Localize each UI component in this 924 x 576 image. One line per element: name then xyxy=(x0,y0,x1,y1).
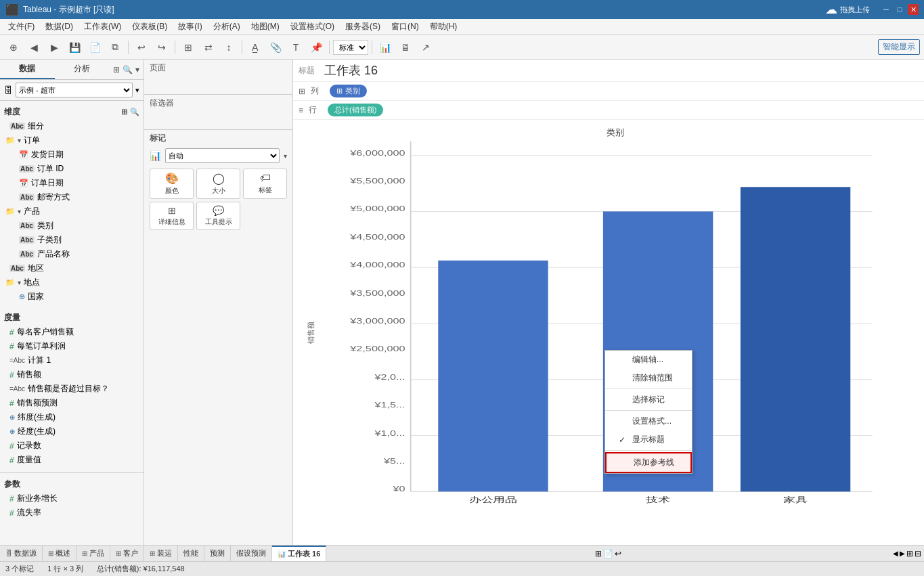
menu-dashboard[interactable]: 仪表板(B) xyxy=(127,20,173,34)
dim-grid-icon[interactable]: ⊞ xyxy=(121,108,127,116)
field-地区[interactable]: Abc 地区 xyxy=(4,261,139,275)
menu-item-edit-axis[interactable]: 编辑轴... xyxy=(605,351,692,369)
screen-icon[interactable]: 🖥 xyxy=(396,38,415,57)
new-datasource-icon[interactable]: ⊕ xyxy=(4,38,23,57)
bar-办公用品[interactable] xyxy=(438,261,548,491)
cols-pill[interactable]: ⊞ 类别 xyxy=(330,85,367,97)
menu-analysis[interactable]: 分析(A) xyxy=(208,20,246,34)
field-销售额[interactable]: # 销售额 xyxy=(4,368,139,382)
tab-worksheet16[interactable]: 📊 工作表 16 xyxy=(272,546,326,561)
menu-item-add-reference[interactable]: 添加参考线 xyxy=(605,452,692,473)
forward-icon[interactable]: ▶ xyxy=(45,38,64,57)
marks-size-btn[interactable]: ◯ 大小 xyxy=(196,169,240,199)
prev-tab-icon[interactable]: ◀ xyxy=(893,550,898,557)
swap-icon[interactable]: ⇄ xyxy=(199,38,218,57)
datasource-arrow-icon[interactable]: ▾ xyxy=(135,86,139,95)
menu-map[interactable]: 地图(M) xyxy=(246,20,285,34)
datasource-select[interactable]: 示例 - 超市 xyxy=(16,83,133,97)
dim-search-icon[interactable]: 🔍 xyxy=(130,108,139,116)
text-icon[interactable]: T xyxy=(286,38,305,57)
field-产品名称[interactable]: Abc 产品名称 xyxy=(14,247,139,261)
menu-data[interactable]: 数据(D) xyxy=(40,20,79,34)
tab-shipping[interactable]: ⊞ 装运 xyxy=(144,546,178,561)
menu-item-select-marks[interactable]: 选择标记 xyxy=(605,391,692,409)
field-记录数[interactable]: # 记录数 xyxy=(4,439,139,453)
new-worksheet-icon[interactable]: 📄 xyxy=(85,38,104,57)
field-订单日期[interactable]: 📅 订单日期 xyxy=(14,176,139,190)
tab-datasource[interactable]: 🗄 数据源 xyxy=(0,546,43,561)
grid-icon[interactable]: ⊞ xyxy=(906,549,913,558)
save-icon[interactable]: 💾 xyxy=(65,38,84,57)
tab-product[interactable]: ⊞ 产品 xyxy=(76,546,110,561)
field-销售额是否超过目标[interactable]: =Abc 销售额是否超过目标？ xyxy=(4,382,139,396)
menu-server[interactable]: 服务器(S) xyxy=(340,20,386,34)
close-button[interactable]: ✕ xyxy=(908,4,919,15)
field-子类别[interactable]: Abc 子类别 xyxy=(14,233,139,247)
field-group-地点[interactable]: 📁 ▾ 地点 xyxy=(4,275,139,290)
menu-item-show-title[interactable]: ✓ 显示标题 xyxy=(605,430,692,449)
view-size-select[interactable]: 标准 xyxy=(333,40,368,55)
upload-button[interactable]: 拖拽上传 xyxy=(840,5,870,15)
maximize-button[interactable]: □ xyxy=(894,4,905,15)
annotation-icon[interactable]: 📎 xyxy=(266,38,285,57)
search-icon[interactable]: 🔍 xyxy=(123,65,133,74)
field-订单ID[interactable]: Abc 订单 ID xyxy=(14,162,139,176)
tab-data[interactable]: 数据 xyxy=(0,60,55,79)
smart-display-button[interactable]: 智能显示 xyxy=(878,39,920,55)
field-销售额预测[interactable]: # 销售额预测 xyxy=(4,396,139,410)
fit-icon[interactable]: ⊟ xyxy=(915,549,921,558)
field-计算1[interactable]: =Abc 计算 1 xyxy=(4,353,139,368)
tab-assumption[interactable]: 假设预测 xyxy=(231,546,272,561)
tab-performance[interactable]: 性能 xyxy=(178,546,204,561)
tab-action-icon-2[interactable]: 📄 xyxy=(603,549,613,558)
menu-format[interactable]: 设置格式(O) xyxy=(285,20,340,34)
field-纬度[interactable]: ⊕ 纬度(生成) xyxy=(4,410,139,424)
pin-icon[interactable]: 📌 xyxy=(307,38,326,57)
menu-worksheet[interactable]: 工作表(W) xyxy=(79,20,127,34)
field-度量值[interactable]: # 度量值 xyxy=(4,453,139,467)
marks-color-btn[interactable]: 🎨 颜色 xyxy=(150,169,194,199)
field-邮寄方式[interactable]: Abc 邮寄方式 xyxy=(14,190,139,204)
marks-detail-btn[interactable]: ⊞ 详细信息 xyxy=(150,202,194,230)
redo-icon[interactable]: ↪ xyxy=(152,38,171,57)
tab-forecast[interactable]: 预测 xyxy=(204,546,231,561)
undo-icon[interactable]: ↩ xyxy=(132,38,151,57)
marks-tooltip-btn[interactable]: 💬 工具提示 xyxy=(196,202,240,230)
marks-type-select[interactable]: 自动 xyxy=(165,148,280,163)
chart-icon[interactable]: 📊 xyxy=(376,38,395,57)
rows-pill[interactable]: 总计(销售额) xyxy=(328,104,383,116)
grid-view-icon[interactable]: ⊞ xyxy=(113,65,120,74)
more-options-icon[interactable]: ▾ xyxy=(135,65,139,74)
next-tab-icon[interactable]: ▶ xyxy=(900,550,905,557)
field-新业务增长[interactable]: # 新业务增长 xyxy=(4,491,139,506)
duplicate-icon[interactable]: ⧉ xyxy=(106,38,125,57)
menu-story[interactable]: 故事(I) xyxy=(173,20,207,34)
tab-analysis[interactable]: 分析 xyxy=(55,60,110,79)
menu-file[interactable]: 文件(F) xyxy=(3,20,40,34)
field-group-产品[interactable]: 📁 ▾ 产品 xyxy=(4,204,139,219)
menu-window[interactable]: 窗口(N) xyxy=(386,20,424,34)
bar-家具[interactable] xyxy=(741,187,850,491)
tab-action-icon-3[interactable]: ↩ xyxy=(615,549,621,558)
tab-customer[interactable]: ⊞ 客户 xyxy=(110,546,144,561)
field-国家[interactable]: ⊕ 国家 xyxy=(14,290,139,304)
field-细分[interactable]: Abc 细分 xyxy=(4,119,139,133)
field-group-订单[interactable]: 📁 ▾ 订单 xyxy=(4,133,139,148)
field-类别[interactable]: Abc 类别 xyxy=(14,219,139,233)
menu-item-clear-range[interactable]: 清除轴范围 xyxy=(605,369,692,387)
tab-overview[interactable]: ⊞ 概述 xyxy=(43,546,76,561)
tab-action-icon-1[interactable]: ⊞ xyxy=(595,549,602,558)
menu-item-format[interactable]: 设置格式... xyxy=(605,412,692,430)
rows-cols-icon[interactable]: ⊞ xyxy=(179,38,198,57)
field-每名客户销售额[interactable]: # 每名客户销售额 xyxy=(4,325,139,339)
minimize-button[interactable]: ─ xyxy=(881,4,892,15)
marks-label-btn[interactable]: 🏷 标签 xyxy=(243,169,287,199)
share-icon[interactable]: ↗ xyxy=(416,38,435,57)
field-流失率[interactable]: # 流失率 xyxy=(4,506,139,520)
sort-icon[interactable]: ↕ xyxy=(219,38,238,57)
field-经度[interactable]: ⊕ 经度(生成) xyxy=(4,424,139,439)
field-发货日期[interactable]: 📅 发货日期 xyxy=(14,148,139,162)
menu-help[interactable]: 帮助(H) xyxy=(424,20,463,34)
back-icon[interactable]: ◀ xyxy=(24,38,43,57)
fields-scroll[interactable]: 维度 ⊞ 🔍 Abc 细分 📁 ▾ 订单 xyxy=(0,101,144,545)
